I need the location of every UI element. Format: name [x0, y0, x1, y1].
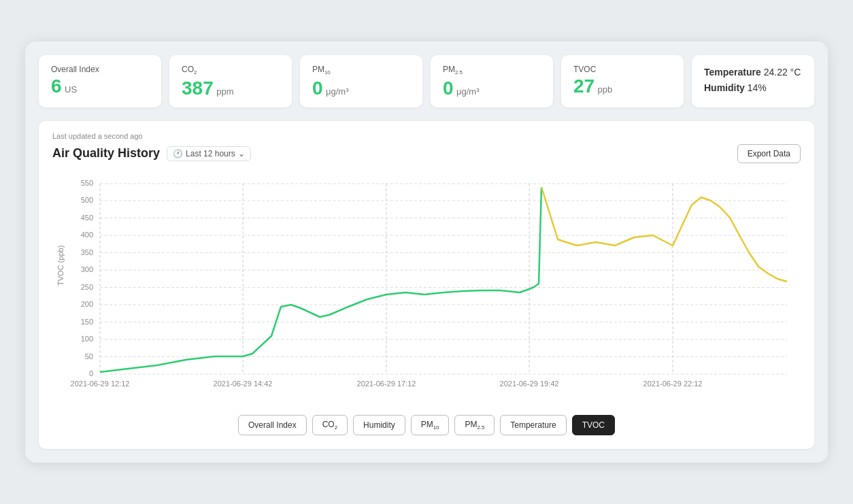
chart-title: Air Quality History: [52, 146, 160, 161]
svg-text:0: 0: [89, 369, 93, 377]
clock-icon: 🕐: [173, 149, 183, 158]
svg-text:400: 400: [81, 231, 93, 239]
svg-text:250: 250: [81, 283, 93, 291]
svg-text:2021-06-29 14:42: 2021-06-29 14:42: [214, 380, 273, 388]
svg-text:500: 500: [81, 196, 93, 204]
metric-card-overall: Overall Index 6 US: [39, 55, 161, 107]
metric-card-temp-humidity: Temperature 24.22 °C Humidity 14%: [692, 55, 814, 107]
metric-value-co2: 387: [182, 78, 214, 99]
dashboard: Overall Index 6 US CO2 387 ppm PM10 0 μg…: [25, 41, 828, 463]
svg-text:100: 100: [81, 335, 93, 343]
metric-label-co2: CO2: [182, 65, 280, 75]
metric-card-co2: CO2 387 ppm: [169, 55, 292, 107]
last-updated: Last updated a second ago: [52, 132, 801, 140]
btn-overall-index[interactable]: Overall Index: [238, 415, 307, 435]
btn-humidity[interactable]: Humidity: [353, 415, 405, 435]
svg-text:450: 450: [81, 214, 93, 222]
svg-text:2021-06-29 22:12: 2021-06-29 22:12: [643, 380, 703, 388]
metric-label-pm10: PM10: [312, 65, 410, 75]
temp-line: Temperature 24.22 °C: [704, 65, 802, 80]
chevron-icon: ⌄: [238, 149, 245, 158]
btn-temperature[interactable]: Temperature: [500, 415, 566, 435]
btn-pm10[interactable]: PM10: [411, 415, 450, 435]
chart-title-row: Air Quality History 🕐 Last 12 hours ⌄: [52, 146, 251, 161]
svg-text:2021-06-29 17:12: 2021-06-29 17:12: [357, 380, 416, 388]
metric-unit-tvoc: ppb: [598, 84, 613, 95]
metric-card-tvoc: TVOC 27 ppb: [561, 55, 684, 107]
metric-value-overall: 6: [51, 75, 62, 97]
metric-label-overall: Overall Index: [51, 65, 149, 74]
svg-text:50: 50: [85, 352, 93, 360]
chart-section: Last updated a second ago Air Quality Hi…: [39, 121, 814, 449]
export-button[interactable]: Export Data: [737, 144, 801, 163]
metric-value-pm25: 0: [443, 78, 454, 99]
yellow-line: [541, 187, 787, 282]
svg-text:2021-06-29 19:42: 2021-06-29 19:42: [500, 380, 559, 388]
metric-value-tvoc: 27: [573, 75, 595, 97]
btn-co2[interactable]: CO2: [312, 415, 348, 435]
svg-text:150: 150: [81, 318, 93, 326]
svg-text:TVOC (ppb): TVOC (ppb): [56, 245, 65, 285]
svg-text:200: 200: [81, 300, 93, 308]
metric-unit-co2: ppm: [216, 86, 233, 97]
svg-text:550: 550: [81, 179, 93, 187]
metric-unit-pm25: μg/m³: [456, 86, 480, 97]
metric-unit-overall: US: [65, 84, 77, 95]
chart-container: .grid-line { stroke: #ddd; stroke-width:…: [52, 170, 801, 404]
tvoc-chart: .grid-line { stroke: #ddd; stroke-width:…: [52, 170, 801, 401]
time-filter[interactable]: 🕐 Last 12 hours ⌄: [167, 146, 251, 161]
svg-text:300: 300: [81, 265, 93, 273]
btn-tvoc[interactable]: TVOC: [572, 415, 615, 435]
green-line: [100, 187, 541, 372]
metric-card-pm25: PM2.5 0 μg/m³: [431, 55, 553, 107]
metric-value-pm10: 0: [312, 78, 323, 99]
metric-card-pm10: PM10 0 μg/m³: [300, 55, 422, 107]
svg-text:2021-06-29 12:12: 2021-06-29 12:12: [71, 380, 130, 388]
humidity-line: Humidity 14%: [704, 80, 802, 95]
time-filter-label: Last 12 hours: [186, 149, 235, 158]
metrics-row: Overall Index 6 US CO2 387 ppm PM10 0 μg…: [39, 55, 814, 107]
metric-unit-pm10: μg/m³: [326, 86, 349, 97]
btn-pm25[interactable]: PM2.5: [454, 415, 495, 435]
metric-label-tvoc: TVOC: [573, 65, 671, 74]
svg-text:350: 350: [81, 248, 93, 256]
metric-label-pm25: PM2.5: [443, 65, 541, 75]
chart-header: Air Quality History 🕐 Last 12 hours ⌄ Ex…: [52, 144, 801, 163]
chart-buttons: Overall Index CO2 Humidity PM10 PM2.5 Te…: [52, 415, 801, 435]
